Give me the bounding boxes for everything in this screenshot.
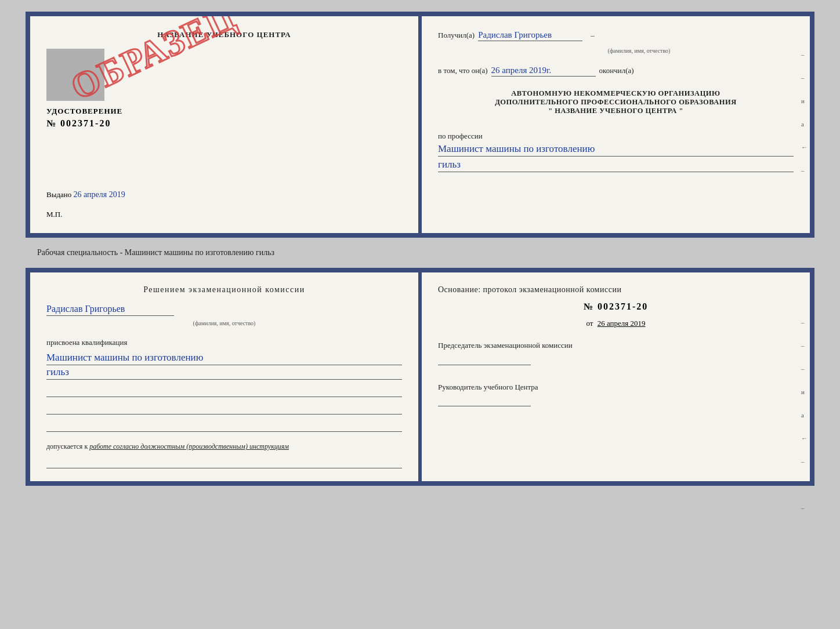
issued-line: Выдано 26 апреля 2019 [46,190,402,199]
chairman-block: Председатель экзаменационной комиссии [438,340,794,365]
cert-label: УДОСТОВЕРЕНИЕ [46,107,122,116]
profession-label: по профессии [438,132,794,141]
bottom-left-panel: Решением экзаменационной комиссии Радисл… [30,272,418,481]
caption-text: Рабочая специальность - Машинист машины … [37,248,274,257]
bmark1: – [801,319,808,326]
dopuskaetsya-line: допускается к работе согласно должностны… [46,442,402,451]
protocol-date: от 26 апреля 2019 [438,319,794,328]
bottom-name-handwritten: Радислав Григорьев [46,304,174,316]
blank-line4 [46,458,402,468]
right-side-marks: – – и а ← – [801,51,808,174]
head-block: Руководитель учебного Центра [438,381,794,407]
bottom-name-sub: (фамилия, имя, отчество) [193,320,256,326]
protocol-number: № 002371-20 [438,301,794,312]
date-field: 26 апреля 2019г. [491,66,596,77]
issued-label: Выдано [46,190,71,199]
bmark4: и [801,388,808,395]
received-label: Получил(а) [438,31,475,40]
osnov-label: Основание: протокол экзаменационной коми… [438,285,794,294]
name-sub: (фамилия, имя, отчество) [608,48,671,54]
decision-title: Решением экзаменационной комиссии [46,285,402,294]
mark5: ← [801,144,808,151]
profession-handwritten2: гильз [438,159,794,172]
mark4: а [801,121,808,128]
mp-line: М.П. [46,210,402,219]
profession-handwritten: Машинист машины по изготовлению [438,143,794,157]
bmark6: ← [801,435,808,442]
blank-line3 [46,421,402,432]
qual-block: Машинист машины по изготовлению гильз [46,352,402,380]
profession-block: по профессии Машинист машины по изготовл… [438,128,794,172]
head-sig-line [438,395,531,406]
name-handwritten: Радислав Григорьев [478,30,552,39]
org-line1: АВТОНОМНУЮ НЕКОММЕРЧЕСКУЮ ОРГАНИЗАЦИЮ [438,89,794,98]
right-marks-bottom: – – – и а ← – – – [801,319,808,511]
mark1: – [801,51,808,58]
blank-line1 [46,387,402,397]
date-value: 26 апреля 2019 [598,319,646,328]
допускается-label: допускается к [46,442,88,450]
mark2: – [801,74,808,81]
cert-block: УДОСТОВЕРЕНИЕ № 002371-20 [46,107,122,129]
qual-handwritten: Машинист машины по изготовлению [46,352,402,365]
mark6: – [801,167,808,174]
qual-handwritten2: гильз [46,366,402,380]
head-label: Руководитель учебного Центра [438,381,794,393]
bmark3: – [801,365,808,372]
bmark8: – [801,481,808,488]
in-that-line: в том, что он(а) 26 апреля 2019г. окончи… [438,66,794,77]
date-handwritten: 26 апреля 2019г. [491,66,552,75]
received-line: Получил(а) Радислав Григорьев – [438,30,794,41]
допускается-text: работе согласно должностным (производств… [89,442,289,450]
assigned-label-text: присвоена квалификация [46,338,127,347]
finished-label: окончил(а) [599,66,634,75]
top-right-panel: Получил(а) Радислав Григорьев – (фамилия… [422,16,810,233]
issued-date: 26 апреля 2019 [74,190,125,199]
assigned-label: присвоена квалификация [46,337,402,347]
date-prefix: от [586,319,593,328]
chairman-label: Председатель экзаменационной комиссии [438,340,794,351]
bottom-document: Решением экзаменационной комиссии Радисл… [26,268,814,486]
in-that-label: в том, что он(а) [438,66,488,75]
bmark5: а [801,412,808,419]
top-left-title: НАЗВАНИЕ УЧЕБНОГО ЦЕНТРА [46,30,402,39]
org-block: АВТОНОМНУЮ НЕКОММЕРЧЕСКУЮ ОРГАНИЗАЦИЮ ДО… [438,89,794,115]
chairman-sig-line [438,354,531,365]
top-document: НАЗВАНИЕ УЧЕБНОГО ЦЕНТРА УДОСТОВЕРЕНИЕ №… [26,12,814,238]
photo-placeholder [46,49,104,101]
name-field: Радислав Григорьев [478,30,582,41]
org-line2: ДОПОЛНИТЕЛЬНОГО ПРОФЕССИОНАЛЬНОГО ОБРАЗО… [438,98,794,107]
bmark7: – [801,458,808,465]
top-left-panel: НАЗВАНИЕ УЧЕБНОГО ЦЕНТРА УДОСТОВЕРЕНИЕ №… [30,16,418,233]
bottom-name-block: Радислав Григорьев (фамилия, имя, отчест… [46,304,402,328]
org-line3: " НАЗВАНИЕ УЧЕБНОГО ЦЕНТРА " [438,107,794,115]
bmark2: – [801,342,808,349]
stamp-area: УДОСТОВЕРЕНИЕ № 002371-20 [46,49,402,132]
bottom-right-panel: Основание: протокол экзаменационной коми… [422,272,810,481]
bmark9: – [801,504,808,511]
blank-line2 [46,404,402,415]
cert-number: № 002371-20 [46,118,122,129]
dash1: – [591,31,595,40]
mark3: и [801,97,808,104]
